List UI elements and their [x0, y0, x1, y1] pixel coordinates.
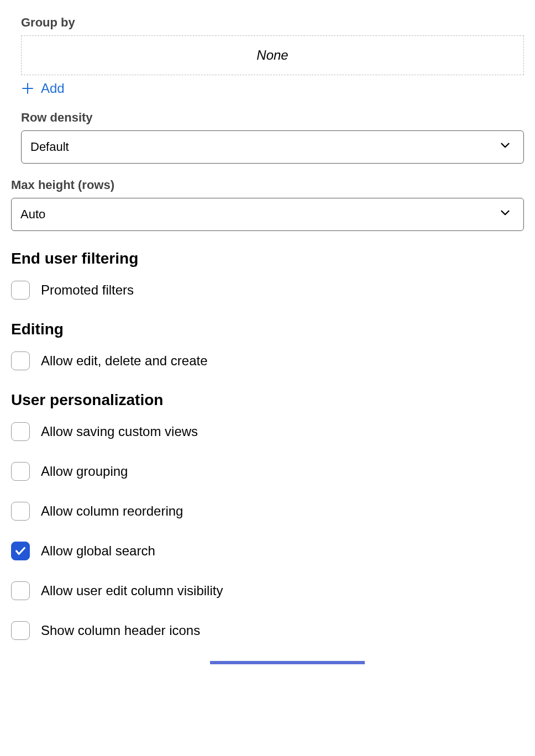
group-by-label: Group by: [21, 15, 524, 30]
personalization-label: Allow global search: [41, 543, 155, 559]
allow-edit-row[interactable]: Allow edit, delete and create: [11, 351, 524, 370]
row-density-value: Default: [30, 140, 69, 154]
row-density-select[interactable]: Default: [21, 130, 524, 164]
personalization-row[interactable]: Show column header icons: [11, 621, 524, 640]
end-user-filtering-heading: End user filtering: [11, 250, 524, 267]
personalization-checkbox[interactable]: [11, 581, 30, 600]
group-by-dropzone[interactable]: None: [21, 35, 524, 75]
add-group-button[interactable]: Add: [21, 81, 65, 96]
user-personalization-heading: User personalization: [11, 391, 524, 409]
personalization-checkbox[interactable]: [11, 422, 30, 441]
allow-edit-checkbox[interactable]: [11, 351, 30, 370]
editing-heading: Editing: [11, 321, 524, 338]
plus-icon: [21, 82, 34, 95]
add-group-label: Add: [41, 81, 65, 96]
max-height-field: Max height (rows) Auto: [11, 178, 524, 231]
group-by-dropzone-text: None: [256, 48, 288, 63]
promoted-filters-checkbox[interactable]: [11, 281, 30, 300]
personalization-checkbox[interactable]: [11, 621, 30, 640]
chevron-down-icon: [498, 138, 512, 156]
personalization-label: Show column header icons: [41, 623, 200, 638]
allow-edit-label: Allow edit, delete and create: [41, 353, 208, 369]
promoted-filters-row[interactable]: Promoted filters: [11, 281, 524, 300]
personalization-label: Allow saving custom views: [41, 424, 198, 439]
row-density-field: Row density Default: [21, 111, 524, 164]
personalization-checkbox[interactable]: [11, 542, 30, 560]
personalization-row[interactable]: Allow grouping: [11, 462, 524, 481]
personalization-row[interactable]: Allow user edit column visibility: [11, 581, 524, 600]
personalization-label: Allow grouping: [41, 464, 128, 479]
max-height-value: Auto: [20, 207, 45, 222]
promoted-filters-label: Promoted filters: [41, 282, 134, 298]
personalization-checkbox[interactable]: [11, 462, 30, 481]
bottom-progress-bar: [11, 661, 524, 664]
user-personalization-list: Allow saving custom viewsAllow groupingA…: [11, 422, 524, 640]
personalization-checkbox[interactable]: [11, 502, 30, 521]
personalization-row[interactable]: Allow global search: [11, 542, 524, 560]
chevron-down-icon: [498, 206, 512, 223]
personalization-row[interactable]: Allow column reordering: [11, 502, 524, 521]
personalization-row[interactable]: Allow saving custom views: [11, 422, 524, 441]
max-height-label: Max height (rows): [11, 178, 524, 192]
personalization-label: Allow user edit column visibility: [41, 583, 223, 599]
row-density-label: Row density: [21, 111, 524, 125]
max-height-select[interactable]: Auto: [11, 198, 524, 231]
personalization-label: Allow column reordering: [41, 503, 183, 519]
